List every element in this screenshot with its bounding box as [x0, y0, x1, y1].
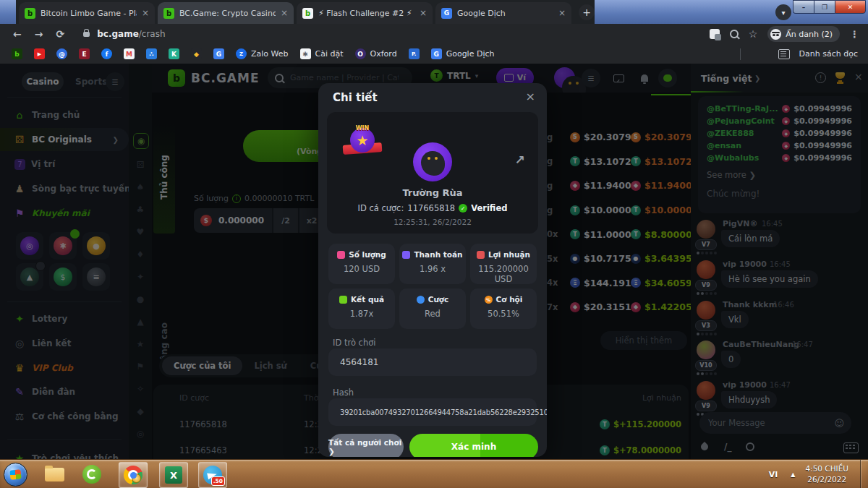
bookmark-facebook[interactable]: f: [101, 48, 112, 59]
stat-value: Red: [399, 309, 466, 319]
game-id-label: ID trò chơi: [333, 338, 375, 348]
language-indicator[interactable]: VI: [769, 470, 778, 479]
p-icon: P.: [409, 48, 420, 59]
modal-close-icon[interactable]: ×: [526, 90, 535, 103]
tab-title: BC.Game: Crypto Casino Games &: [179, 9, 276, 18]
taskbar-explorer[interactable]: [41, 462, 68, 487]
browser-tab-4[interactable]: G Google Dịch ×: [435, 2, 571, 24]
bookmark-zalo[interactable]: ZZalo Web: [236, 48, 289, 59]
all-players-button[interactable]: Tất cả người chơi ❯: [328, 434, 404, 457]
bookmark-gmail[interactable]: M: [124, 48, 135, 59]
bookmark-bcgame[interactable]: b: [12, 48, 22, 59]
screen: b Bitcoin Limbo Game - Play Limbo × b BC…: [0, 0, 868, 488]
share-icon[interactable]: ↗: [515, 153, 525, 167]
tab-search-icon[interactable]: ▾: [775, 4, 791, 20]
zoom-search-icon[interactable]: [730, 30, 739, 38]
bookmark-oxford[interactable]: OOxford: [355, 48, 397, 59]
reading-list-button[interactable]: Danh sách đọc: [778, 49, 858, 59]
oxford-icon: O: [355, 48, 366, 59]
hash-label: Hash: [333, 388, 354, 398]
start-button[interactable]: [4, 463, 27, 487]
youtube-icon: ▶: [34, 48, 45, 59]
close-button[interactable]: ✕: [835, 0, 866, 14]
stat-amount: Số lượng 120 USD: [328, 244, 395, 284]
window-titlebar: b Bitcoin Limbo Game - Play Limbo × b BC…: [0, 0, 868, 24]
clock-time: 4:50 CHIỀU: [805, 464, 848, 473]
new-tab-button[interactable]: +: [579, 4, 595, 20]
tab-title: Bitcoin Limbo Game - Play Limbo: [41, 9, 137, 18]
taskbar-clock[interactable]: 4:50 CHIỀU 26/2/2022: [805, 463, 848, 485]
divider: [740, 48, 741, 60]
player-avatar[interactable]: [413, 142, 452, 181]
incognito-label: Ẩn danh (2): [786, 30, 833, 39]
taskbar-excel[interactable]: X: [159, 462, 188, 488]
game-id-field[interactable]: 4564181: [328, 348, 537, 376]
taskbar-telegram[interactable]: .50: [198, 462, 227, 488]
stat-label: Kết quả: [351, 295, 384, 304]
url-path: /crash: [139, 29, 166, 39]
taskbar-coccoc[interactable]: [78, 462, 106, 487]
translate-icon: G: [431, 48, 442, 59]
forward-icon[interactable]: →: [35, 28, 43, 40]
reload-icon[interactable]: ⟳: [56, 28, 64, 40]
stat-odds: %Cơ hội 50.51%: [470, 288, 537, 329]
translate-favicon-icon: G: [441, 8, 452, 19]
bookmark-share[interactable]: ∴: [146, 48, 157, 59]
facebook-icon: f: [101, 48, 112, 59]
taskbar-chrome-active[interactable]: [119, 462, 148, 488]
tab-close-icon[interactable]: ×: [281, 8, 288, 18]
bookmark-binance[interactable]: ◆: [191, 48, 202, 59]
stat-bet: Cược Red: [399, 288, 466, 329]
bet-icon: [417, 296, 425, 304]
browser-tab-1[interactable]: b Bitcoin Limbo Game - Play Limbo ×: [19, 2, 155, 24]
bookmark-kucoin[interactable]: K: [169, 48, 179, 59]
bcgame-favicon-icon: b: [25, 8, 35, 19]
bookmark-youtube[interactable]: ▶: [34, 48, 45, 59]
lock-icon[interactable]: [83, 32, 90, 37]
amount-icon: [337, 251, 345, 259]
bookmark-p[interactable]: P.: [409, 48, 420, 59]
verify-button[interactable]: Xác minh: [409, 434, 538, 457]
browser-tab-2-active[interactable]: b BC.Game: Crypto Casino Games & ×: [158, 2, 294, 24]
back-icon[interactable]: ←: [13, 28, 22, 40]
show-desktop-button[interactable]: [860, 460, 868, 488]
windows-taskbar: X .50 VI ▲ 4:50 CHIỀU 26/2/2022: [0, 459, 868, 488]
bookmark-label: Zalo Web: [251, 49, 289, 59]
bookmarks-bar: b ▶ @ E f M ∴ K ◆ G ZZalo Web ✱Cài đặt O…: [0, 44, 868, 64]
maximize-button[interactable]: ❐: [814, 0, 835, 14]
verified-shield-icon: ✓: [459, 204, 467, 213]
coccoc-icon: [82, 465, 101, 484]
player-name: Trường Rùa: [327, 187, 538, 198]
bet-details-modal: Chi tiết × ★ WIN ↗ Trường Rùa ID cá cược…: [318, 83, 547, 457]
bet-id-row: ID cá cược: 117665818 ✓ Verified: [327, 203, 538, 213]
bookmark-zing[interactable]: E: [79, 48, 90, 59]
omnibox-url[interactable]: bc.game/crash: [97, 29, 165, 39]
result-icon: [339, 296, 347, 304]
hash-field[interactable]: 39201cba00749327012664944758a21dab56228e…: [328, 398, 537, 426]
bookmark-star-icon[interactable]: ☆: [749, 28, 758, 40]
bookmark-translate[interactable]: G: [213, 48, 224, 59]
stat-value: 115.200000 USD: [470, 264, 537, 284]
tab-close-icon[interactable]: ×: [142, 8, 149, 18]
stat-payout: Thanh toán 1.96 x: [399, 244, 466, 284]
browser-menu-icon[interactable]: ⋮: [850, 29, 859, 40]
bookmark-settings[interactable]: ✱Cài đặt: [300, 48, 344, 59]
tab-close-icon[interactable]: ×: [420, 8, 427, 18]
minimize-button[interactable]: –: [793, 0, 814, 14]
translate-icon: G: [213, 48, 224, 59]
stat-value: 1.87x: [328, 309, 395, 319]
bcgame-favicon-icon: b: [163, 8, 174, 19]
tab-close-icon[interactable]: ×: [558, 8, 566, 18]
player-card: ★ WIN ↗ Trường Rùa ID cá cược: 117665818…: [327, 112, 538, 234]
binance-icon: ◆: [191, 48, 202, 59]
bookmark-mailru[interactable]: @: [56, 48, 67, 59]
e-icon: E: [79, 48, 90, 59]
incognito-badge[interactable]: Ẩn danh (2): [767, 26, 840, 42]
url-host: bc.game: [97, 29, 139, 39]
browser-tab-3[interactable]: b ⚡ Flash Challenge #2 ⚡ - Flash Ch ×: [297, 2, 433, 24]
excel-icon: X: [165, 466, 182, 484]
bookmark-google-dich[interactable]: GGoogle Dịch: [431, 48, 495, 59]
hash-value: 39201cba00749327012664944758a21dab56228e…: [340, 408, 547, 416]
tray-expand-icon[interactable]: ▲: [791, 471, 795, 478]
translate-page-icon[interactable]: [710, 29, 720, 39]
